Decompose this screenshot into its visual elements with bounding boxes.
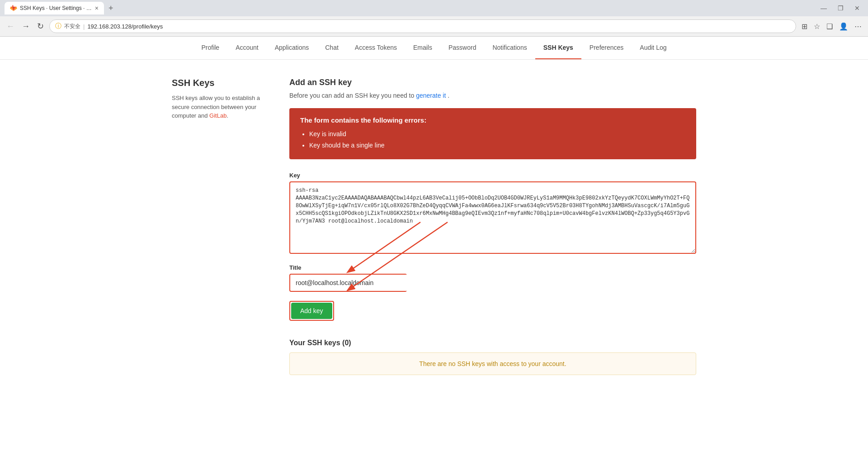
page-sidebar: SSH Keys SSH keys allow you to establish… [172,78,271,375]
your-keys-section: Your SSH keys (0) There are no SSH keys … [289,339,696,375]
page-layout: SSH Keys SSH keys allow you to establish… [163,60,705,393]
arrows-overlay [289,181,696,255]
browser-tab[interactable]: SSH Keys · User Settings · GitLab × [5,2,104,14]
title-input[interactable] [290,275,408,291]
page-main: Add an SSH key Before you can add an SSH… [289,78,696,375]
error-box: The form contains the following errors: … [289,108,696,159]
toolbar-actions: ⊞ ☆ ❑ 👤 ⋯ [800,20,863,33]
add-key-form-group: Add key [289,301,696,321]
add-key-wrapper: Add key [289,301,334,321]
title-input-wrapper [289,274,407,292]
close-button[interactable]: ✕ [851,4,863,13]
add-key-button[interactable]: Add key [291,303,332,319]
error-item-2: Key should be a single line [309,140,685,151]
no-keys-message: There are no SSH keys with access to you… [419,360,566,367]
profile-icon[interactable]: 👤 [837,20,850,33]
no-keys-box: There are no SSH keys with access to you… [289,352,696,375]
sidebar-title: SSH Keys [172,78,271,88]
nav-item-access-tokens[interactable]: Access Tokens [347,37,405,59]
menu-icon[interactable]: ⋯ [853,20,863,33]
key-label: Key [289,172,696,179]
section-subtitle: Before you can add an SSH key you need t… [289,92,696,99]
url-text[interactable]: 192.168.203.128/profile/keys [87,23,790,30]
browser-toolbar: ← → ↻ ⓘ 不安全 | 192.168.203.128/profile/ke… [0,16,868,36]
sidebar-description: SSH keys allow you to establish a secure… [172,94,271,120]
generate-link[interactable]: generate it [416,92,446,99]
minimize-button[interactable]: — [817,4,830,13]
nav-item-password[interactable]: Password [440,37,484,59]
gitlab-favicon [10,5,17,12]
address-bar[interactable]: ⓘ 不安全 | 192.168.203.128/profile/keys [49,19,796,33]
new-tab-button[interactable]: + [106,3,116,14]
key-form-group: Key [289,172,696,255]
separator: | [83,23,85,30]
nav-item-notifications[interactable]: Notifications [484,37,535,59]
error-list: Key is invalid Key should be a single li… [300,128,685,151]
key-textarea[interactable] [289,181,696,254]
title-form-group: Title [289,264,696,292]
collections-icon[interactable]: ❑ [825,20,835,33]
browser-chrome: SSH Keys · User Settings · GitLab × + — … [0,0,868,37]
your-keys-title: Your SSH keys (0) [289,339,696,347]
nav-item-audit-log[interactable]: Audit Log [632,37,675,59]
section-title: Add an SSH key [289,78,696,87]
nav-item-preferences[interactable]: Preferences [581,37,632,59]
nav-item-ssh-keys[interactable]: SSH Keys [535,37,581,59]
translate-icon[interactable]: ⊞ [800,20,809,33]
tab-title: SSH Keys · User Settings · GitLab [20,5,92,11]
title-label: Title [289,264,696,271]
forward-button[interactable]: → [20,20,32,33]
tab-close-button[interactable]: × [95,5,99,12]
window-controls: — ❐ ✕ [817,4,863,13]
restore-button[interactable]: ❐ [834,4,847,13]
subtitle-text-2: . [448,92,449,99]
security-icon: ⓘ [55,22,61,30]
error-item-1: Key is invalid [309,128,685,140]
back-button[interactable]: ← [5,20,16,33]
browser-titlebar: SSH Keys · User Settings · GitLab × + — … [0,0,868,16]
reload-button[interactable]: ↻ [35,19,46,33]
nav-item-chat[interactable]: Chat [317,37,347,59]
nav-item-profile[interactable]: Profile [193,37,227,59]
gitlab-nav: ProfileAccountApplicationsChatAccess Tok… [0,37,868,60]
subtitle-text-1: Before you can add an SSH key you need t… [289,92,414,99]
nav-item-account[interactable]: Account [227,37,267,59]
gitlab-link[interactable]: GitLab [209,112,226,119]
nav-item-emails[interactable]: Emails [405,37,440,59]
error-title: The form contains the following errors: [300,116,685,124]
nav-item-applications[interactable]: Applications [267,37,317,59]
bookmark-icon[interactable]: ☆ [812,20,822,33]
security-text: 不安全 [64,23,80,30]
